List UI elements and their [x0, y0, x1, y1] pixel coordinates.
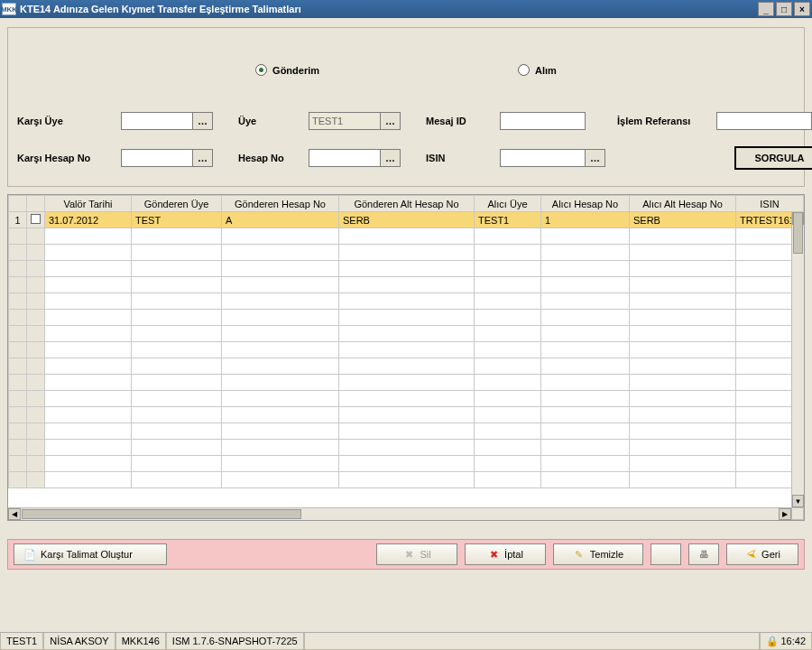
table-row[interactable]: [9, 326, 804, 342]
row-checkbox-cell[interactable]: [27, 423, 45, 440]
cell: [339, 358, 475, 375]
row-checkbox-cell[interactable]: [27, 472, 45, 488]
back-button[interactable]: ⮘ Geri: [726, 543, 798, 565]
table-row[interactable]: [9, 472, 804, 488]
minimize-button[interactable]: _: [758, 2, 774, 16]
scroll-left-icon[interactable]: ◀: [8, 508, 21, 520]
cell: [541, 423, 630, 440]
row-checkbox-cell[interactable]: [27, 440, 45, 456]
table-row[interactable]: [9, 293, 804, 310]
horizontal-scrollbar[interactable]: ◀ ▶: [8, 507, 791, 520]
table-row[interactable]: [9, 391, 804, 407]
cell: [630, 326, 736, 342]
row-checkbox-cell[interactable]: [27, 245, 45, 261]
col-valor-tarihi[interactable]: Valör Tarihi: [45, 196, 132, 212]
row-checkbox-cell[interactable]: [27, 375, 45, 391]
table-row[interactable]: [9, 342, 804, 358]
table-row[interactable]: [9, 310, 804, 326]
row-checkbox-cell[interactable]: [27, 342, 45, 358]
col-alici-uye[interactable]: Alıcı Üye: [475, 196, 541, 212]
radio-alim[interactable]: Alım: [518, 64, 557, 76]
grid-corner: [9, 196, 27, 212]
row-checkbox-cell[interactable]: [27, 358, 45, 375]
row-checkbox-cell[interactable]: [27, 456, 45, 472]
scroll-down-icon[interactable]: ▼: [792, 495, 804, 507]
lookup-hesap-no[interactable]: …: [381, 149, 401, 167]
create-counter-instruction-button[interactable]: 📄 Karşı Talimat Oluştur: [14, 543, 167, 565]
table-row[interactable]: [9, 456, 804, 472]
col-alici-hesap-no[interactable]: Alıcı Hesap No: [541, 196, 630, 212]
cell: [339, 472, 475, 488]
cell: [339, 342, 475, 358]
table-row[interactable]: [9, 375, 804, 391]
vertical-scrollbar[interactable]: ▲ ▼: [791, 212, 804, 507]
input-karsi-hesap-no[interactable]: [121, 149, 193, 167]
delete-button[interactable]: ✖ Sil: [376, 543, 457, 565]
row-number: [9, 342, 27, 358]
checkbox-icon[interactable]: [31, 214, 41, 224]
row-checkbox-cell[interactable]: [27, 326, 45, 342]
table-row[interactable]: [9, 277, 804, 293]
cell: 31.07.2012: [45, 212, 132, 228]
col-gonderen-uye[interactable]: Gönderen Üye: [132, 196, 222, 212]
lookup-karsi-hesap-no[interactable]: …: [193, 149, 213, 167]
table-row[interactable]: [9, 423, 804, 440]
table-row[interactable]: [9, 407, 804, 423]
col-alici-alt-hesap-no[interactable]: Alıcı Alt Hesap No: [630, 196, 736, 212]
row-checkbox-cell[interactable]: [27, 261, 45, 277]
row-checkbox-cell[interactable]: [27, 228, 45, 245]
unknown-square-button[interactable]: [651, 543, 681, 565]
cell: [45, 293, 132, 310]
input-islem-referansi[interactable]: [716, 112, 812, 130]
cell: [132, 423, 222, 440]
row-checkbox-cell[interactable]: [27, 212, 45, 228]
col-isin[interactable]: ISIN: [736, 196, 804, 212]
row-checkbox-cell[interactable]: [27, 293, 45, 310]
lookup-isin[interactable]: …: [586, 149, 605, 167]
row-checkbox-cell[interactable]: [27, 407, 45, 423]
clear-button[interactable]: ✎ Temizle: [553, 543, 643, 565]
scroll-right-icon[interactable]: ▶: [779, 508, 791, 520]
clear-label: Temizle: [590, 549, 623, 560]
lookup-karsi-uye[interactable]: …: [193, 112, 213, 130]
cell: [132, 358, 222, 375]
row-checkbox-cell[interactable]: [27, 391, 45, 407]
cell: [541, 293, 630, 310]
table-row[interactable]: 131.07.2012TESTASERBTEST11SERBTRTEST161: [9, 212, 804, 228]
label-karsi-hesap-no: Karşı Hesap No: [17, 153, 121, 163]
cell: [630, 228, 736, 245]
cell: [541, 326, 630, 342]
cell: [132, 472, 222, 488]
table-row[interactable]: [9, 245, 804, 261]
table-row[interactable]: [9, 358, 804, 375]
cell: [45, 358, 132, 375]
row-checkbox-cell[interactable]: [27, 310, 45, 326]
col-gonderen-alt-hesap-no[interactable]: Gönderen Alt Hesap No: [339, 196, 475, 212]
cancel-button[interactable]: ✖ İptal: [465, 543, 546, 565]
row-number: [9, 375, 27, 391]
close-button[interactable]: ×: [794, 2, 810, 16]
row-checkbox-cell[interactable]: [27, 277, 45, 293]
print-button[interactable]: 🖶: [688, 543, 719, 565]
input-karsi-uye[interactable]: [121, 112, 193, 130]
input-hesap-no[interactable]: [309, 149, 381, 167]
col-gonderen-hesap-no[interactable]: Gönderen Hesap No: [222, 196, 339, 212]
table-row[interactable]: [9, 228, 804, 245]
sorgula-button[interactable]: SORGULA: [734, 146, 812, 170]
cell: [630, 358, 736, 375]
cell: [541, 407, 630, 423]
cell: [630, 440, 736, 456]
table-row[interactable]: [9, 261, 804, 277]
cell: [630, 245, 736, 261]
cell: [222, 375, 339, 391]
maximize-button[interactable]: □: [776, 2, 792, 16]
input-isin[interactable]: [500, 149, 586, 167]
grid-header-row: Valör Tarihi Gönderen Üye Gönderen Hesap…: [9, 196, 804, 212]
cell: [45, 342, 132, 358]
table-row[interactable]: [9, 440, 804, 456]
input-mesaj-id[interactable]: [500, 112, 586, 130]
hscroll-thumb[interactable]: [22, 509, 301, 519]
radio-gonderim[interactable]: Gönderim: [255, 64, 319, 76]
lookup-uye[interactable]: …: [381, 112, 401, 130]
vscroll-thumb[interactable]: [793, 212, 803, 254]
